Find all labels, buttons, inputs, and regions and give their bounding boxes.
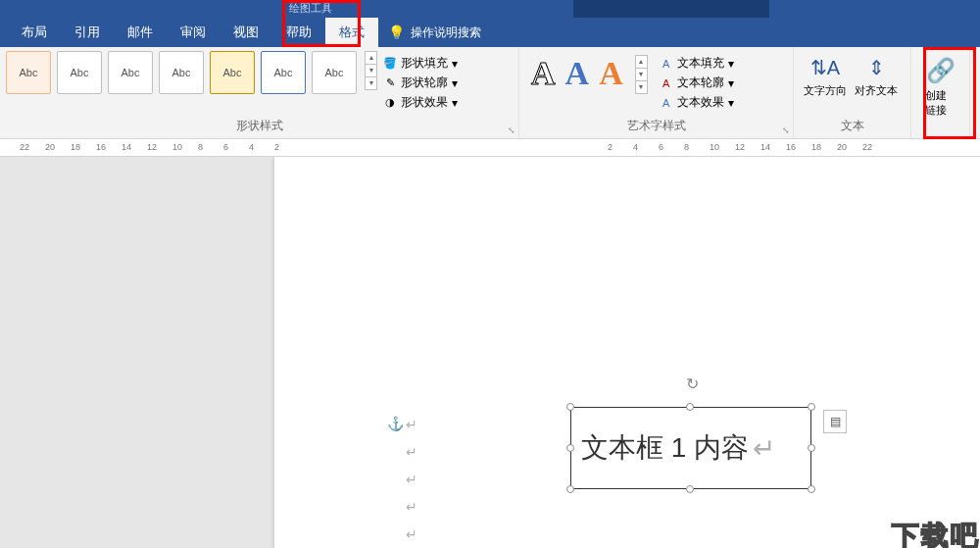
shape-fill-label: 形状填充	[401, 55, 448, 72]
wordart-scroll: ▴ ▾ ▾	[635, 55, 648, 93]
create-link-button[interactable]: 🔗 创建链接	[917, 51, 963, 118]
text-effects-label: 文本效果	[677, 94, 724, 111]
watermark-logo: 下载吧	[892, 518, 980, 548]
shape-style-thumb-5[interactable]: Abc	[210, 51, 255, 94]
shape-outline-button[interactable]: ✎ 形状轮廓 ▾	[383, 75, 458, 91]
watermark: 下载吧 www.xiazaiba.com	[892, 518, 980, 548]
shape-style-thumb-7[interactable]: Abc	[312, 51, 357, 94]
align-text-button[interactable]: ⇕ 对齐文本	[855, 55, 898, 98]
group-label-wordart: 艺术字样式	[525, 118, 787, 136]
tab-format[interactable]: 格式	[325, 18, 378, 47]
dropdown-icon: ▾	[452, 76, 458, 90]
gallery-more-icon[interactable]: ▾	[365, 76, 377, 90]
text-direction-icon: ⇅A	[810, 55, 840, 80]
textbox-1[interactable]: 文本框 1 内容 ↵	[570, 407, 811, 489]
selection-handle[interactable]	[808, 485, 815, 493]
group-label-text: 文本	[800, 118, 905, 136]
text-effects-icon: A	[660, 96, 673, 110]
shape-style-thumb-2[interactable]: Abc	[57, 51, 102, 94]
dropdown-icon: ▾	[728, 96, 734, 110]
page[interactable]	[274, 157, 980, 548]
shape-style-thumb-1[interactable]: Abc	[6, 51, 51, 94]
create-link-label: 创建链接	[925, 88, 956, 118]
dropdown-icon: ▾	[452, 96, 458, 110]
group-create-link: 🔗 创建链接	[911, 47, 970, 138]
shape-style-thumb-4[interactable]: Abc	[159, 51, 204, 94]
selection-handle[interactable]	[808, 444, 815, 452]
horizontal-ruler[interactable]: 222018161412108642246810121416182022	[0, 139, 980, 157]
wordart-thumb-3[interactable]: A	[599, 55, 623, 92]
paragraph-marks: ↵↵↵↵↵↵↵↵	[406, 417, 417, 548]
text-fill-icon: A	[660, 57, 673, 71]
selection-handle[interactable]	[686, 403, 694, 411]
shape-effects-label: 形状效果	[401, 94, 448, 111]
gallery-up-icon[interactable]: ▴	[365, 51, 377, 65]
paragraph-mark-icon: ↵	[753, 432, 775, 465]
group-shape-styles: Abc Abc Abc Abc Abc Abc Abc ▴ ▾ ▾ 🪣 形状填充…	[0, 47, 519, 138]
ribbon-tabs: 布局 引用 邮件 审阅 视图 帮助 格式 💡 操作说明搜索	[0, 18, 980, 47]
text-fill-buttons: A 文本填充 ▾ A 文本轮廓 ▾ A 文本效果 ▾	[660, 51, 734, 111]
dropdown-icon: ▾	[452, 57, 458, 71]
selection-handle[interactable]	[808, 403, 815, 411]
shape-effects-button[interactable]: ◑ 形状效果 ▾	[383, 94, 458, 111]
gallery-down-icon[interactable]: ▾	[635, 68, 648, 81]
document-workspace: ⚓ ↵↵↵↵↵↵↵↵ ↻ 文本框 1 内容 ↵ ▤ ↵ 下载吧 www.xiaz…	[0, 157, 980, 548]
tab-references[interactable]: 引用	[61, 18, 114, 47]
gallery-more-icon[interactable]: ▾	[635, 80, 648, 94]
dialog-launcher-icon[interactable]: ⤡	[508, 125, 515, 135]
shape-outline-label: 形状轮廓	[401, 75, 448, 91]
align-text-label: 对齐文本	[855, 83, 898, 98]
title-bar: 绘图工具	[0, 0, 980, 18]
layout-options-button[interactable]: ▤	[823, 410, 847, 433]
shape-style-thumb-6[interactable]: Abc	[261, 51, 306, 94]
rotation-handle-icon[interactable]: ↻	[686, 374, 699, 393]
gallery-scroll: ▴ ▾ ▾	[365, 51, 377, 89]
tab-view[interactable]: 视图	[220, 18, 272, 47]
lightbulb-icon: 💡	[388, 25, 405, 40]
tab-help[interactable]: 帮助	[272, 18, 325, 47]
dropdown-icon: ▾	[728, 76, 734, 90]
shape-fill-button[interactable]: 🪣 形状填充 ▾	[383, 55, 458, 72]
text-outline-button[interactable]: A 文本轮廓 ▾	[660, 75, 734, 91]
contextual-tool-label: 绘图工具	[289, 1, 332, 16]
selection-handle[interactable]	[686, 485, 694, 493]
tab-review[interactable]: 审阅	[167, 18, 220, 47]
layout-options-icon: ▤	[830, 415, 841, 428]
text-effects-button[interactable]: A 文本效果 ▾	[660, 94, 734, 111]
selection-handle[interactable]	[566, 403, 574, 411]
selection-handle[interactable]	[566, 444, 574, 452]
group-wordart-styles: A A A ▴ ▾ ▾ A 文本填充 ▾ A 文本轮廓 ▾	[519, 47, 794, 138]
tell-me-search[interactable]: 操作说明搜索	[411, 25, 481, 41]
text-fill-button[interactable]: A 文本填充 ▾	[660, 55, 734, 72]
tab-layout[interactable]: 布局	[8, 18, 61, 47]
group-text: ⇅A 文字方向 ⇕ 对齐文本 文本	[794, 47, 911, 138]
paint-bucket-icon: 🪣	[383, 57, 397, 71]
text-outline-icon: A	[660, 76, 673, 90]
effects-icon: ◑	[383, 96, 397, 110]
dialog-launcher-icon[interactable]: ⤡	[782, 125, 790, 135]
anchor-icon: ⚓	[387, 416, 404, 431]
wordart-thumb-2[interactable]: A	[565, 55, 590, 92]
chain-link-icon: 🔗	[926, 57, 956, 84]
dropdown-icon: ▾	[728, 57, 734, 71]
text-direction-button[interactable]: ⇅A 文字方向	[804, 55, 847, 98]
text-direction-label: 文字方向	[804, 83, 847, 98]
title-doc-region	[573, 0, 769, 18]
shape-fill-buttons: 🪣 形状填充 ▾ ✎ 形状轮廓 ▾ ◑ 形状效果 ▾	[383, 51, 458, 111]
pen-icon: ✎	[383, 76, 397, 90]
gallery-up-icon[interactable]: ▴	[635, 55, 648, 69]
gallery-down-icon[interactable]: ▾	[365, 64, 377, 77]
align-text-icon: ⇕	[868, 55, 885, 80]
selection-handle[interactable]	[566, 485, 574, 493]
group-label-shape-styles: 形状样式	[6, 118, 513, 136]
shape-style-gallery: Abc Abc Abc Abc Abc Abc Abc ▴ ▾ ▾ 🪣 形状填充…	[6, 51, 513, 111]
shape-style-thumb-3[interactable]: Abc	[108, 51, 153, 94]
text-fill-label: 文本填充	[677, 55, 724, 72]
wordart-thumb-1[interactable]: A	[531, 55, 556, 92]
wordart-gallery: A A A ▴ ▾ ▾	[525, 51, 654, 97]
ribbon: Abc Abc Abc Abc Abc Abc Abc ▴ ▾ ▾ 🪣 形状填充…	[0, 47, 980, 139]
textbox-1-content: 文本框 1 内容	[581, 429, 749, 467]
tab-mailings[interactable]: 邮件	[114, 18, 167, 47]
text-outline-label: 文本轮廓	[677, 75, 724, 91]
